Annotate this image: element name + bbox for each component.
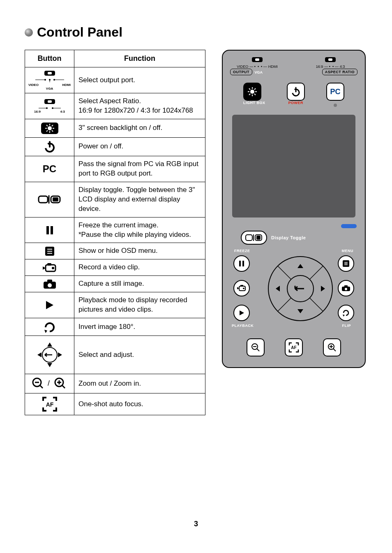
table-row: Display toggle. Toggle between the 3" LC… (25, 182, 205, 217)
fn-text: Playback mode to display recorded pictur… (74, 292, 205, 318)
playback-button[interactable] (233, 305, 250, 321)
table-row: PC Pass the signal from PC via RGB input… (25, 156, 205, 182)
svg-line-61 (249, 88, 250, 90)
dpad-control[interactable] (265, 254, 335, 324)
th-function: Function (74, 50, 205, 67)
zoom-out-button[interactable] (247, 338, 265, 356)
page-title: Control Panel (25, 25, 367, 40)
table-row: Select and adjust. (25, 336, 205, 374)
fn-text: Select and adjust. (74, 336, 205, 374)
svg-point-15 (48, 127, 51, 130)
svg-point-13 (52, 107, 53, 109)
title-text: Control Panel (37, 25, 122, 40)
status-led (341, 224, 357, 228)
output-label-btn: OUTPUT (230, 69, 252, 75)
svg-rect-29 (53, 197, 58, 201)
fn-text: Invert image 180°. (74, 318, 205, 336)
zoom-icons: / (31, 377, 68, 391)
pc-icon: PC (25, 156, 74, 182)
capture-button[interactable] (338, 280, 354, 296)
fn-text: Select output port. (74, 67, 205, 93)
menu-button[interactable] (338, 255, 354, 272)
lcd-screen (232, 115, 355, 217)
record-button[interactable] (233, 280, 250, 296)
fn-text: Select Aspect Ratio. 16:9 for 1280x720 /… (74, 93, 205, 119)
play-icon (44, 300, 55, 310)
camera-icon (43, 279, 57, 289)
control-panel-diagram: VIDEO — • • • — HDMI OUTPUT VGA 16:9 — •… (222, 50, 366, 368)
svg-line-87 (278, 298, 291, 311)
fn-text: Show or hide OSD menu. (74, 243, 205, 259)
output-slider[interactable]: VIDEO — • • • — HDMI OUTPUT VGA (228, 56, 286, 75)
table-row: 3" screen backlight on / off. (25, 119, 205, 137)
fn-text: Display toggle. Toggle between the 3" LC… (74, 182, 205, 217)
svg-point-82 (345, 288, 347, 290)
display-toggle-button[interactable] (241, 231, 267, 245)
fn-text: Freeze the current image. *Pause the cli… (74, 217, 205, 243)
aspect-label-btn: ASPECT RATIO (322, 69, 357, 75)
table-row: Invert image 180°. (25, 318, 205, 336)
svg-rect-40 (47, 280, 52, 282)
power-button[interactable] (287, 83, 305, 101)
svg-rect-53 (255, 58, 259, 61)
lightbox-icon (40, 122, 59, 135)
svg-point-41 (48, 283, 52, 287)
svg-line-86 (310, 266, 323, 279)
svg-line-88 (310, 298, 323, 311)
svg-rect-31 (51, 226, 53, 234)
record-icon (42, 262, 58, 273)
svg-point-4 (44, 79, 46, 81)
th-button: Button (25, 50, 74, 67)
lightbox-button[interactable] (243, 83, 261, 101)
svg-text:/: / (48, 379, 50, 387)
svg-rect-72 (242, 261, 244, 266)
svg-rect-81 (344, 285, 348, 287)
svg-line-44 (40, 385, 43, 388)
svg-rect-30 (46, 226, 49, 234)
svg-rect-70 (256, 236, 261, 240)
fn-text: One-shot auto focus. (74, 393, 205, 415)
svg-text:AF: AF (46, 401, 53, 408)
aspect-slider[interactable]: 16:9 — • • — 4:3 ASPECT RATIO (302, 56, 359, 75)
svg-rect-9 (48, 100, 52, 103)
svg-point-12 (46, 107, 48, 109)
table-row: AF One-shot auto focus. (25, 393, 205, 415)
table-row: Show or hide OSD menu. (25, 243, 205, 259)
fn-text: Pass the signal from PC via RGB input po… (74, 156, 205, 182)
fn-text: Power on / off. (74, 137, 205, 156)
menu-icon (44, 246, 55, 257)
svg-rect-67 (246, 235, 252, 241)
freeze-button[interactable] (233, 255, 250, 272)
svg-rect-79 (240, 285, 243, 287)
svg-point-37 (52, 267, 54, 269)
fn-text: Record a video clip. (74, 259, 205, 276)
flip-button[interactable] (338, 305, 354, 321)
svg-rect-38 (47, 263, 51, 266)
table-row: Capture a still image. (25, 276, 205, 292)
svg-line-94 (333, 349, 336, 351)
table-row: Freeze the current image. *Pause the cli… (25, 217, 205, 243)
svg-rect-26 (39, 196, 48, 203)
fn-text: Zoom out / Zoom in. (74, 374, 205, 393)
af-icon: AF (42, 396, 58, 412)
pc-led (334, 104, 337, 107)
dpad-icon (33, 338, 66, 371)
fn-text: Capture a still image. (74, 276, 205, 292)
pc-button[interactable]: PC (326, 83, 344, 101)
svg-text:AF: AF (291, 345, 296, 350)
page-number: 3 (0, 520, 392, 528)
flip-icon (43, 321, 56, 333)
function-table: Button Function (25, 50, 205, 415)
bullet-icon (25, 28, 33, 37)
svg-point-6 (53, 79, 55, 81)
table-row: Record a video clip. (25, 259, 205, 276)
svg-point-78 (243, 288, 244, 289)
table-row: 16:9 4:3 Select Aspect Ratio. 16:9 for 1… (25, 93, 205, 119)
zoom-in-button[interactable] (323, 338, 341, 356)
autofocus-button[interactable]: AF (285, 338, 303, 356)
svg-line-85 (278, 266, 291, 279)
display-toggle-icon (37, 194, 62, 205)
pause-icon (45, 225, 55, 235)
svg-point-56 (251, 90, 254, 93)
svg-rect-71 (239, 261, 241, 266)
